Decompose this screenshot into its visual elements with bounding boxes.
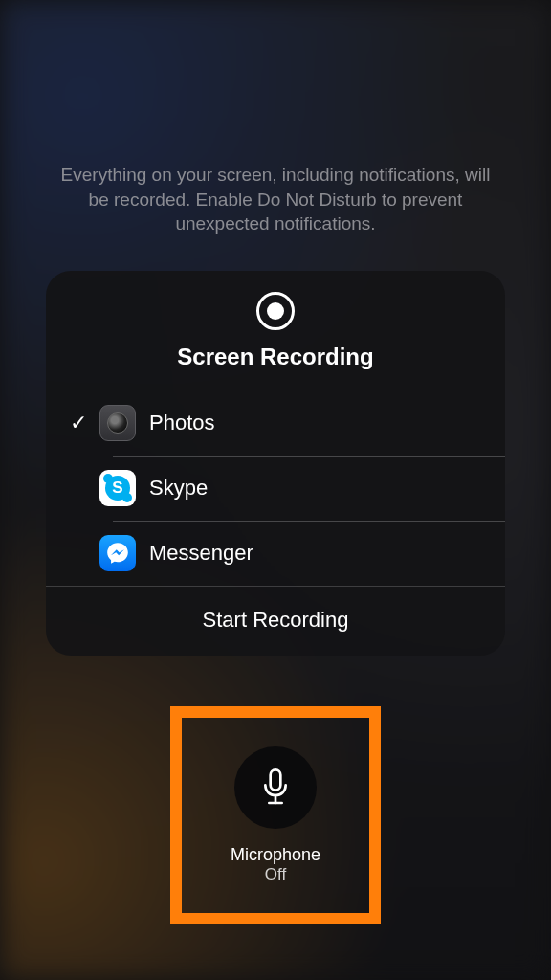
panel-title: Screen Recording [46,344,505,370]
annotation-highlight: Microphone Off [170,706,381,924]
screen-recording-panel: Screen Recording ✓ Photos S Skype Messen… [46,271,505,656]
start-recording-button[interactable]: Start Recording [46,586,505,656]
app-label: Skype [149,476,208,501]
app-label: Photos [149,411,215,435]
panel-header: Screen Recording [46,271,505,390]
instruction-text: Everything on your screen, including not… [0,163,551,236]
messenger-app-icon [99,535,136,571]
app-row-skype[interactable]: S Skype [46,456,505,521]
microphone-label: Microphone [231,844,320,866]
microphone-toggle-button[interactable] [234,746,317,829]
app-list: ✓ Photos S Skype Messenger [46,390,505,586]
photos-app-icon [99,405,136,441]
microphone-icon [259,768,292,807]
app-row-photos[interactable]: ✓ Photos [46,390,505,456]
skype-app-icon: S [99,470,136,506]
record-icon [256,292,295,330]
svg-rect-0 [271,769,281,790]
app-label: Messenger [149,541,253,566]
checkmark-icon: ✓ [63,411,94,435]
app-row-messenger[interactable]: Messenger [46,521,505,586]
microphone-state: Off [265,865,286,884]
